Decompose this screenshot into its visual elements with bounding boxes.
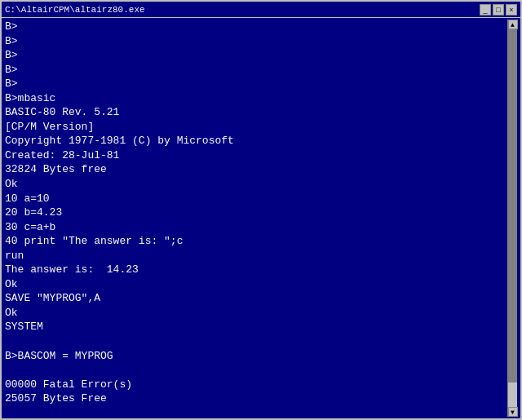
terminal-area[interactable]: B> B> B> B> B> B>mbasic BASIC-80 Rev. 5.…: [2, 18, 520, 418]
scrollbar[interactable]: ▲ ▼: [507, 20, 517, 417]
title-buttons: _ □ ×: [480, 4, 517, 15]
terminal-content: B> B> B> B> B> B>mbasic BASIC-80 Rev. 5.…: [5, 20, 507, 417]
title-bar-left: C:\AltairCPM\altairz80.exe: [5, 5, 145, 15]
main-window: C:\AltairCPM\altairz80.exe _ □ × B> B> B…: [0, 0, 522, 420]
window-title: C:\AltairCPM\altairz80.exe: [5, 5, 145, 15]
scroll-down-button[interactable]: ▼: [508, 407, 518, 417]
scrollbar-track[interactable]: [508, 29, 517, 407]
scrollbar-thumb[interactable]: [508, 382, 517, 407]
minimize-button[interactable]: _: [480, 4, 491, 15]
maximize-button[interactable]: □: [493, 4, 504, 15]
close-button[interactable]: ×: [506, 4, 517, 15]
scroll-up-button[interactable]: ▲: [508, 20, 518, 29]
title-bar: C:\AltairCPM\altairz80.exe _ □ ×: [2, 2, 520, 18]
